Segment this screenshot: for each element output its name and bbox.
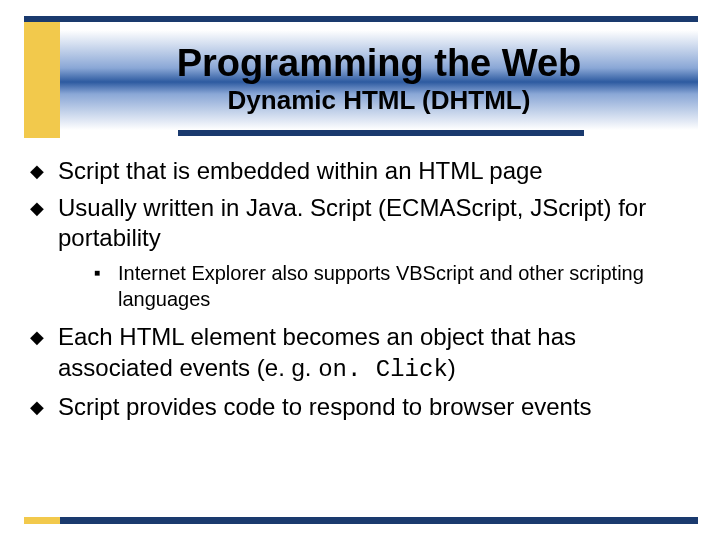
code-text: on. Click xyxy=(318,356,448,383)
square-icon: ■ xyxy=(94,260,118,279)
diamond-icon: ◆ xyxy=(30,156,58,183)
diamond-icon: ◆ xyxy=(30,193,58,220)
bullet-l1: ◆ Script provides code to respond to bro… xyxy=(30,392,690,423)
bullet-text-post: ) xyxy=(448,354,456,381)
gold-accent-block xyxy=(24,22,60,138)
slide-subtitle: Dynamic HTML (DHTML) xyxy=(228,85,531,116)
bullet-text: Script that is embedded within an HTML p… xyxy=(58,156,690,187)
bottom-rule xyxy=(24,517,698,524)
bullet-l1: ◆ Script that is embedded within an HTML… xyxy=(30,156,690,187)
title-underline xyxy=(178,130,584,136)
slide-title: Programming the Web xyxy=(177,44,582,84)
bullet-l2: ■ Internet Explorer also supports VBScri… xyxy=(94,260,690,312)
diamond-icon: ◆ xyxy=(30,322,58,349)
bullet-text: Internet Explorer also supports VBScript… xyxy=(118,260,690,312)
top-rule xyxy=(24,16,698,22)
bullet-text: Usually written in Java. Script (ECMAScr… xyxy=(58,193,690,254)
title-banner: Programming the Web Dynamic HTML (DHTML) xyxy=(60,30,698,130)
bullet-text: Script provides code to respond to brows… xyxy=(58,392,690,423)
gold-accent-bottom xyxy=(24,517,60,524)
bullet-text: Each HTML element becomes an object that… xyxy=(58,322,690,385)
bullet-l1: ◆ Usually written in Java. Script (ECMAS… xyxy=(30,193,690,254)
bullet-l1: ◆ Each HTML element becomes an object th… xyxy=(30,322,690,385)
diamond-icon: ◆ xyxy=(30,392,58,419)
content-area: ◆ Script that is embedded within an HTML… xyxy=(30,156,690,428)
